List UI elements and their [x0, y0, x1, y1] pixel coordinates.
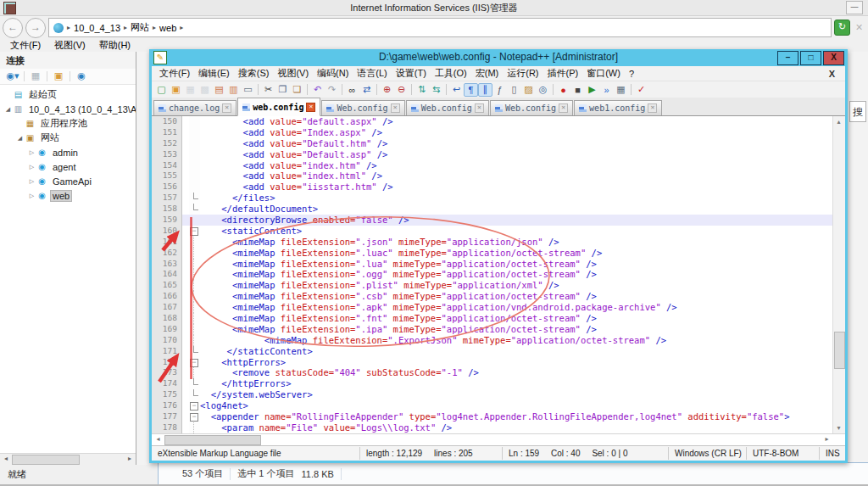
tree-item-app-pools[interactable]: ▦应用程序池 — [0, 116, 136, 131]
tab-web-config-4[interactable]: Web.config✕ — [490, 100, 573, 115]
tree-item-site-agent[interactable]: ▷◉agent — [0, 159, 136, 174]
editor-hscrollbar[interactable]: ◂ ▸ — [152, 433, 845, 445]
paste-icon[interactable]: ❏ — [290, 83, 304, 97]
notepad-menu-item[interactable]: 文件(F) — [155, 66, 194, 81]
scroll-right-icon[interactable]: ▸ — [821, 434, 832, 444]
iis-title-bar[interactable]: Internet Information Services (IIS)管理器 — — [0, 0, 868, 16]
scrollbar-thumb[interactable] — [834, 332, 845, 369]
indent-guide-icon[interactable]: ∥ — [478, 83, 492, 97]
tree-item-site-gameapi[interactable]: ▷◉GameApi — [0, 174, 136, 188]
editor-area[interactable]: 150 <add value="default.aspx" />151 <add… — [152, 116, 845, 433]
notepad-menu-item[interactable]: 运行(R) — [503, 66, 542, 81]
breadcrumb-item[interactable]: 网站 — [131, 21, 149, 34]
tab-web-config-2[interactable]: Web.config✕ — [321, 100, 404, 115]
sidebar-hscrollbar[interactable]: ◂ ▸ — [0, 453, 136, 465]
scrollbar-thumb[interactable] — [12, 455, 80, 465]
fold-collapse-icon[interactable]: – — [190, 227, 198, 236]
macro-stop-icon[interactable]: ■ — [570, 83, 585, 97]
spell-check-icon[interactable]: ✓ — [634, 83, 648, 97]
breadcrumb-item[interactable]: 10_0_4_13 — [74, 23, 120, 33]
replace-icon[interactable]: ⇄ — [359, 83, 374, 97]
fold-collapse-icon[interactable]: – — [190, 413, 198, 422]
scroll-left-icon[interactable]: ◂ — [1, 454, 11, 464]
macro-save-icon[interactable]: ▦ — [614, 83, 628, 97]
collapse-arrow-icon[interactable]: ▷ — [27, 164, 36, 170]
stop-button[interactable]: ✕ — [853, 21, 865, 34]
scroll-down-icon[interactable]: ▾ — [833, 422, 844, 433]
collapse-arrow-icon[interactable]: ▷ — [27, 149, 36, 156]
new-file-icon[interactable]: ▢ — [154, 83, 169, 97]
tab-close-icon[interactable]: ✕ — [475, 103, 484, 113]
scrollbar-thumb[interactable] — [164, 435, 261, 445]
copy-icon[interactable]: ❐ — [275, 83, 290, 97]
notepad-menu-item[interactable]: ? — [625, 68, 638, 80]
maximize-button[interactable]: □ — [800, 51, 821, 65]
back-button[interactable]: ← — [3, 18, 23, 38]
scroll-right-icon[interactable]: ▸ — [125, 454, 135, 464]
sync-vertical-icon[interactable]: ⇅ — [415, 83, 429, 97]
save-all-icon[interactable]: ▩ — [198, 83, 212, 97]
minimize-button[interactable]: – — [777, 51, 798, 65]
function-list-icon[interactable]: ƒ — [492, 83, 507, 97]
breadcrumb[interactable]: ▸10_0_4_13▸网站▸web▸ — [48, 18, 832, 37]
scroll-up-icon[interactable]: ▴ — [833, 116, 844, 127]
tree-item-server[interactable]: ◢▥10_0_4_13 (10_0_4_13\Adm — [0, 102, 136, 116]
notepad-title-bar[interactable]: ✎ D:\game\web\web.config - Notepad++ [Ad… — [152, 49, 845, 66]
tab-web-config-3[interactable]: Web.config✕ — [406, 100, 489, 115]
zoom-in-icon[interactable]: ⊕ — [380, 83, 394, 97]
macro-play-icon[interactable]: ▶ — [585, 83, 599, 97]
tab-web-config[interactable]: web.config✕ — [237, 98, 320, 116]
expanded-icon[interactable]: ◢ — [3, 106, 13, 113]
doc-close-icon[interactable]: X — [825, 68, 842, 80]
forward-button[interactable]: → — [25, 18, 46, 38]
tab-close-icon[interactable]: ✕ — [648, 103, 657, 113]
editor-vscrollbar[interactable]: ▴ ▾ — [832, 116, 845, 433]
undo-icon[interactable]: ↶ — [310, 83, 325, 97]
print-icon[interactable]: ▭ — [241, 83, 255, 97]
iis-minimize-button[interactable]: — — [846, 1, 863, 14]
notepad-menu-item[interactable]: 窗口(W) — [582, 66, 625, 81]
show-all-chars-icon[interactable]: ¶ — [464, 83, 478, 97]
close-button[interactable]: X — [823, 51, 844, 65]
notepad-menu-item[interactable]: 搜索(S) — [234, 66, 274, 81]
scroll-left-icon[interactable]: ◂ — [153, 434, 164, 444]
notepad-menu-item[interactable]: 宏(M) — [471, 66, 504, 81]
status-eol-format[interactable]: Windows (CR LF) — [669, 447, 747, 460]
fold-collapse-icon[interactable]: – — [190, 402, 198, 411]
status-encoding[interactable]: UTF-8-BOM — [747, 447, 820, 460]
connect-server-icon[interactable]: ◉▾ — [5, 70, 20, 81]
close-file-icon[interactable]: ▤ — [212, 83, 226, 97]
breadcrumb-item[interactable]: web — [159, 23, 176, 33]
tree-item-site-admin[interactable]: ▷◉admin — [0, 145, 136, 159]
up-level-folder-icon[interactable]: ▣ — [51, 70, 66, 81]
tab-close-icon[interactable]: ✕ — [222, 103, 231, 113]
open-file-icon[interactable]: ▣ — [169, 83, 183, 97]
notepad-menu-item[interactable]: 编辑(E) — [194, 66, 234, 81]
sync-horizontal-icon[interactable]: ⇆ — [429, 83, 443, 97]
notepad-menu-item[interactable]: 语言(L) — [353, 66, 391, 81]
find-icon[interactable]: ∞ — [345, 83, 359, 97]
iis-menu-item[interactable]: 视图(V) — [49, 39, 91, 52]
expanded-icon[interactable]: ◢ — [15, 135, 25, 142]
doc-monitor-icon[interactable]: ◎ — [536, 83, 550, 97]
tree-item-start-page[interactable]: ▤起始页 — [0, 87, 136, 102]
iis-menu-item[interactable]: 文件(F) — [5, 39, 46, 52]
notepad-menu-item[interactable]: 编码(N) — [313, 66, 353, 81]
tab-web1-config[interactable]: web1.config✕ — [574, 100, 662, 115]
tab-close-icon[interactable]: ✕ — [391, 103, 400, 113]
collapse-arrow-icon[interactable]: ▷ — [27, 193, 36, 199]
folder-workspace-icon[interactable]: ▨ — [521, 83, 536, 97]
notepad-menu-item[interactable]: 设置(T) — [392, 66, 431, 81]
tree-item-site-web[interactable]: ▷◉web — [0, 188, 136, 203]
zoom-out-icon[interactable]: ⊖ — [394, 83, 409, 97]
collapse-arrow-icon[interactable]: ▷ — [27, 178, 36, 185]
tab-close-icon[interactable]: ✕ — [559, 103, 568, 113]
delete-connection-icon[interactable]: ◉ — [74, 70, 89, 81]
iis-menu-item[interactable]: 帮助(H) — [94, 39, 136, 52]
cut-icon[interactable]: ✂ — [261, 83, 275, 97]
refresh-button[interactable]: ↻ — [834, 20, 850, 36]
word-wrap-icon[interactable]: ↩ — [449, 83, 464, 97]
tree-item-sites[interactable]: ◢▣网站 — [0, 131, 136, 145]
notepad-menu-item[interactable]: 工具(O) — [431, 66, 471, 81]
save-connections-icon[interactable]: ▦ — [28, 70, 43, 81]
